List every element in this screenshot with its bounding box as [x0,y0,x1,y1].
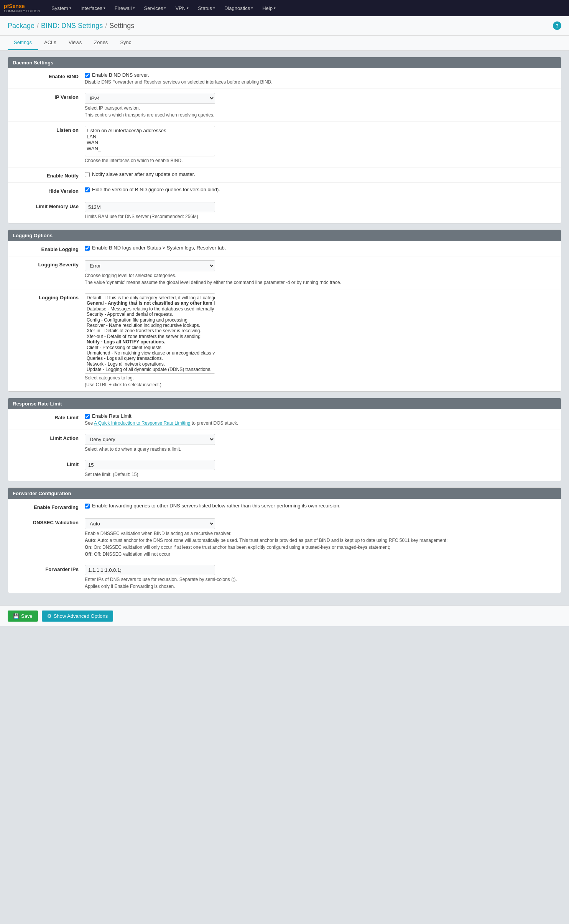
enable-forwarding-label: Enable Forwarding [8,503,85,510]
limit-action-select[interactable]: Deny query Drop query Slip [85,434,215,445]
nav-help[interactable]: Help ▾ [258,3,280,13]
enable-forwarding-checkbox[interactable] [85,504,90,509]
tab-views[interactable]: Views [62,36,88,50]
show-advanced-button[interactable]: ⚙ Show Advanced Options [42,611,113,622]
rate-limit-checkbox[interactable] [85,414,90,419]
enable-notify-row: Enable Notify Notify slave server after … [8,167,561,183]
logging-severity-select[interactable]: Error Warning Notice Info Debug Dynamic [85,260,215,271]
daemon-settings-section: Daemon Settings Enable BIND Enable BIND … [8,57,561,223]
ip-version-help1: Select IP transport version. [85,105,556,111]
enable-notify-text: Notify slave server after any update on … [92,171,195,177]
nav-vpn[interactable]: VPN ▾ [171,3,192,13]
hide-version-checkbox[interactable] [85,187,90,192]
enable-forwarding-row: Enable Forwarding Enable forwarding quer… [8,499,561,514]
rate-limit-title: Response Rate Limit [8,398,561,409]
dnssec-validation-row: DNSSEC Validation Auto On Off Enable DNS… [8,514,561,561]
forwarder-ips-label: Forwarder IPs [8,565,85,572]
top-navigation: pfSense COMMUNITY EDITION System ▾ Inter… [0,0,569,16]
limit-action-row: Limit Action Deny query Drop query Slip … [8,430,561,456]
chevron-down-icon: ▾ [104,6,105,10]
breadcrumb-bind-settings[interactable]: BIND: DNS Settings [41,22,103,30]
enable-bind-text: Enable BIND DNS server. [92,72,149,78]
logging-options-label: Logging Options [8,293,85,300]
tab-bar: Settings ACLs Views Zones Sync [0,36,569,51]
forwarder-ips-row: Forwarder IPs Enter IPs of DNS servers t… [8,561,561,593]
logging-severity-label: Logging Severity [8,260,85,268]
dnssec-help2-off: Off: Off: DNSSEC validation will not occ… [85,551,556,557]
logo: pfSense COMMUNITY EDITION [4,3,40,13]
page-header: Package / BIND: DNS Settings / Settings … [0,16,569,36]
ip-version-label: IP Version [8,93,85,100]
chevron-down-icon: ▾ [187,6,189,10]
tab-sync[interactable]: Sync [114,36,137,50]
enable-logging-row: Enable Logging Enable BIND logs under St… [8,241,561,256]
ip-version-row: IP Version IPv4 IPv6 Both Select IP tran… [8,89,561,122]
limit-memory-input[interactable] [85,202,215,212]
enable-logging-text: Enable BIND logs under Status > System l… [92,245,226,251]
logging-options-help1: Select categories to log. [85,375,556,381]
ip-version-select[interactable]: IPv4 IPv6 Both [85,93,215,104]
tab-settings[interactable]: Settings [8,36,38,50]
nav-diagnostics[interactable]: Diagnostics ▾ [220,3,257,13]
nav-services[interactable]: Services ▾ [140,3,170,13]
limit-action-label: Limit Action [8,434,85,441]
dnssec-validation-select[interactable]: Auto On Off [85,518,215,529]
chevron-down-icon: ▾ [164,6,166,10]
enable-bind-label: Enable BIND [8,72,85,79]
limit-memory-label: Limit Memory Use [8,202,85,209]
advanced-label: Show Advanced Options [54,613,108,619]
listen-on-row: Listen on Listen on All interfaces/ip ad… [8,122,561,167]
logging-options-listbox[interactable]: Default - If this is the only category s… [85,293,215,374]
limit-help: Set rate limit. (Default: 15) [85,472,556,477]
hide-version-row: Hide Version Hide the version of BIND (i… [8,183,561,198]
ip-version-help2: This controls which transports are used … [85,112,556,118]
enable-logging-checkbox[interactable] [85,246,90,251]
save-button[interactable]: 💾 Save [8,611,38,622]
rate-limit-label: Rate Limit [8,413,85,420]
brand-sub: COMMUNITY EDITION [4,9,40,13]
save-label: Save [21,613,33,619]
enable-forwarding-text: Enable forwarding queries to other DNS s… [92,503,340,509]
logging-options-row: Logging Options Default - If this is the… [8,289,561,391]
nav-system[interactable]: System ▾ [48,3,75,13]
logging-section: Logging Options Enable Logging Enable BI… [8,230,561,392]
listen-on-listbox[interactable]: Listen on All interfaces/ip addresses LA… [85,126,215,156]
chevron-down-icon: ▾ [274,6,276,10]
limit-action-help: Select what to do when a query reaches a… [85,446,556,452]
forwarder-ips-input[interactable] [85,565,215,575]
nav-firewall[interactable]: Firewall ▾ [111,3,139,13]
forwarder-section: Forwarder Configuration Enable Forwardin… [8,487,561,593]
chevron-down-icon: ▾ [213,6,215,10]
limit-label: Limit [8,460,85,467]
tab-acls[interactable]: ACLs [38,36,62,50]
chevron-down-icon: ▾ [133,6,135,10]
hide-version-label: Hide Version [8,187,85,194]
hide-version-text: Hide the version of BIND (ignore queries… [92,187,220,192]
tab-zones[interactable]: Zones [88,36,114,50]
breadcrumb-current: Settings [109,22,134,30]
enable-notify-checkbox[interactable] [85,172,90,177]
dnssec-help2-auto: Auto: Auto: a trust anchor for the DNS r… [85,538,556,543]
enable-notify-label: Enable Notify [8,171,85,179]
breadcrumb-package[interactable]: Package [8,22,35,30]
rate-limit-row: Rate Limit Enable Rate Limit. See A Quic… [8,409,561,430]
enable-bind-row: Enable BIND Enable BIND DNS server. Disa… [8,68,561,89]
nav-interfaces[interactable]: Interfaces ▾ [77,3,109,13]
limit-memory-help: Limits RAM use for DNS server (Recommend… [85,214,556,219]
logging-options-help2: (Use CTRL + click to select/unselect.) [85,382,556,387]
rate-limit-link[interactable]: A Quick Introduction to Response Rate Li… [94,420,190,426]
forwarder-ips-help2: Applies only if Enable Forwarding is cho… [85,584,556,589]
dnssec-validation-label: DNSSEC Validation [8,518,85,525]
logging-severity-help2: The value 'dynamic' means assume the glo… [85,280,556,285]
help-icon[interactable]: ? [553,21,561,30]
rate-limit-text: Enable Rate Limit. [92,413,133,419]
limit-row: Limit Set rate limit. (Default: 15) [8,456,561,481]
nav-status[interactable]: Status ▾ [194,3,219,13]
forwarder-ips-help1: Enter IPs of DNS servers to use for recu… [85,577,556,582]
dnssec-help1: Enable DNSSEC validation when BIND is ac… [85,531,556,536]
enable-bind-checkbox[interactable] [85,73,90,78]
limit-input[interactable] [85,460,215,470]
forwarder-title: Forwarder Configuration [8,488,561,499]
enable-bind-control: Enable BIND DNS server. Disable DNS Forw… [85,72,561,85]
main-content: Daemon Settings Enable BIND Enable BIND … [0,51,569,606]
